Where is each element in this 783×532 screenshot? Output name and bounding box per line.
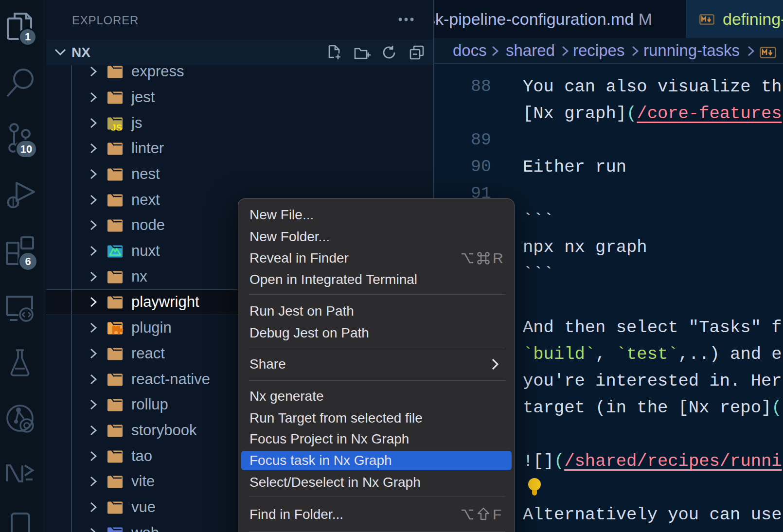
svg-text:JS: JS bbox=[111, 122, 122, 130]
